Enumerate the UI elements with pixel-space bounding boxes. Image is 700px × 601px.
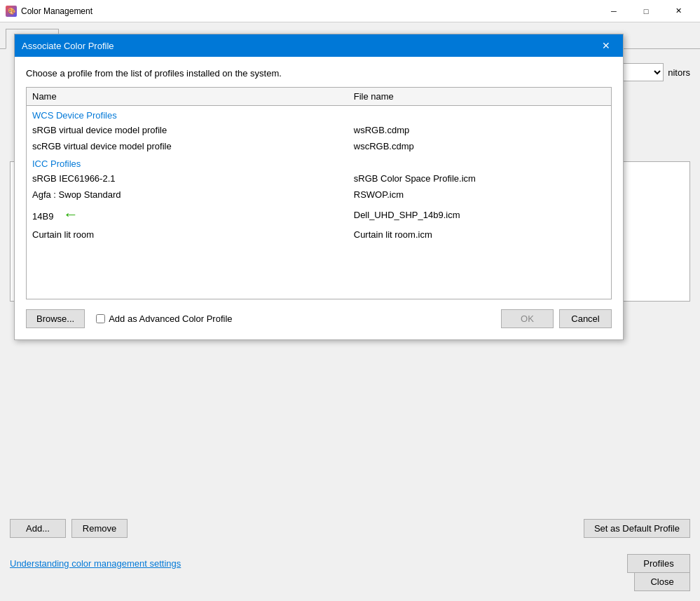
profile-filename: sRGB Color Space Profile.icm (348, 170, 612, 187)
profile-filename: Curtain lit room.icm (348, 227, 612, 243)
app-icon: 🎨 (6, 6, 17, 17)
bottom-action-row: Add... Remove Set as Default Profile (10, 519, 690, 538)
dialog-description: Choose a profile from the list of profil… (26, 68, 612, 79)
minimize-button[interactable]: ─ (598, 0, 630, 22)
table-row[interactable]: 14B9 ← Dell_UHD_SHP_14b9.icm (27, 203, 612, 227)
profile-filename: RSWOP.icm (348, 187, 612, 203)
add-button[interactable]: Add... (10, 519, 66, 538)
table-row[interactable]: Agfa : Swop Standard RSWOP.icm (27, 187, 612, 203)
profile-name: sRGB virtual device model profile (27, 122, 348, 138)
close-window-button[interactable]: ✕ (662, 0, 694, 22)
profile-filename: wsRGB.cdmp (348, 122, 612, 138)
understanding-link[interactable]: Understanding color management settings (10, 558, 181, 569)
title-bar: 🎨 Color Management ─ □ ✕ (0, 0, 700, 22)
table-row[interactable]: Curtain lit room Curtain lit room.icm (27, 227, 612, 243)
advanced-color-profile-checkbox-label[interactable]: Add as Advanced Color Profile (96, 313, 495, 324)
empty-row (27, 243, 612, 299)
profile-filename: wscRGB.cdmp (348, 138, 612, 154)
dialog-title-bar: Associate Color Profile ✕ (15, 34, 623, 57)
table-row[interactable]: sRGB virtual device model profile wsRGB.… (27, 122, 612, 138)
profile-name: scRGB virtual device model profile (27, 138, 348, 154)
profile-filename: Dell_UHD_SHP_14b9.icm (348, 203, 612, 227)
maximize-button[interactable]: □ (630, 0, 662, 22)
table-row[interactable]: sRGB IEC61966-2.1 sRGB Color Space Profi… (27, 170, 612, 187)
checkbox-text: Add as Advanced Color Profile (109, 313, 232, 324)
monitors-label: nitors (668, 67, 690, 78)
close-button[interactable]: Close (634, 572, 690, 591)
cancel-button[interactable]: Cancel (559, 309, 612, 328)
profile-name: Agfa : Swop Standard (27, 187, 348, 203)
bottom-link-row: Understanding color management settings … (10, 554, 690, 573)
col-filename-header: File name (348, 88, 612, 106)
green-arrow-icon: ← (63, 205, 78, 224)
dialog-buttons: Browse... Add as Advanced Color Profile … (26, 309, 612, 328)
profile-name: 14B9 ← (27, 203, 348, 227)
profiles-button[interactable]: Profiles (627, 554, 690, 573)
profile-name: sRGB IEC61966-2.1 (27, 170, 348, 187)
ok-button[interactable]: OK (501, 309, 554, 328)
dialog-title: Associate Color Profile (22, 41, 596, 51)
dialog-close-button[interactable]: ✕ (596, 36, 616, 55)
remove-button[interactable]: Remove (71, 519, 128, 538)
main-window: 🎨 Color Management ─ □ ✕ Devices All Pro… (0, 0, 700, 601)
window-title: Color Management (21, 6, 598, 16)
wcs-category-row: WCS Device Profiles (27, 106, 612, 123)
advanced-color-profile-checkbox[interactable] (96, 314, 105, 323)
icc-category-row: ICC Profiles (27, 154, 612, 170)
browse-button[interactable]: Browse... (26, 309, 85, 328)
dialog-body: Choose a profile from the list of profil… (15, 57, 623, 339)
profile-table-body: WCS Device Profiles sRGB virtual device … (27, 106, 612, 299)
close-btn-area: Close (634, 572, 690, 591)
profile-name: Curtain lit room (27, 227, 348, 243)
icc-category-link[interactable]: ICC Profiles (32, 158, 81, 169)
table-row[interactable]: scRGB virtual device model profile wscRG… (27, 138, 612, 154)
set-default-button[interactable]: Set as Default Profile (584, 519, 690, 538)
wcs-category-link[interactable]: WCS Device Profiles (32, 110, 117, 121)
associate-color-profile-dialog: Associate Color Profile ✕ Choose a profi… (14, 34, 624, 340)
title-bar-controls: ─ □ ✕ (598, 0, 694, 22)
profile-table: Name File name WCS Device Profiles sRGB … (26, 87, 612, 299)
col-name-header: Name (27, 88, 348, 106)
